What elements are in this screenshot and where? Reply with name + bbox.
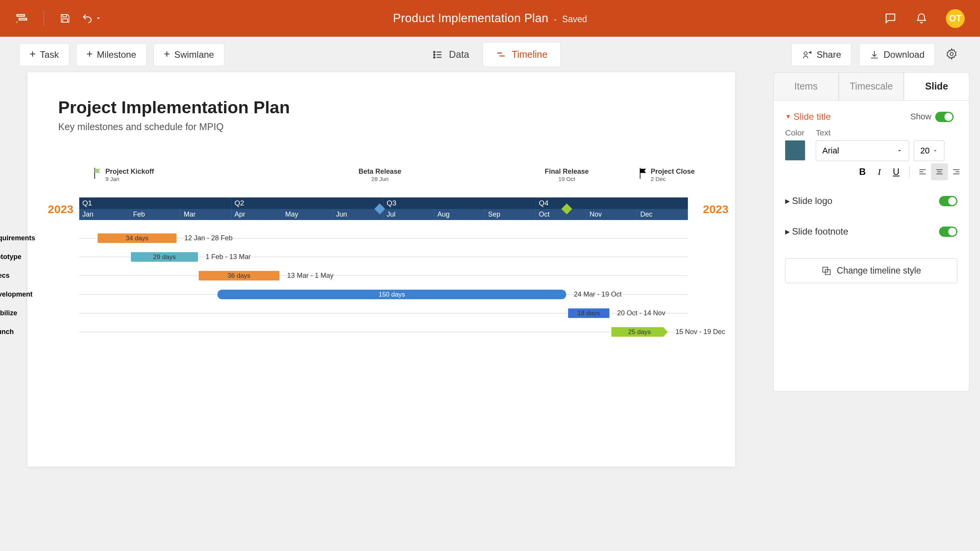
panel-body: ▼ Slide title Show Color Text A <box>773 101 969 391</box>
flag-icon <box>639 168 648 179</box>
align-left-icon <box>918 168 927 176</box>
canvas-area: Project Implementation Plan Key mileston… <box>0 72 773 551</box>
show-logo-toggle[interactable] <box>939 196 957 206</box>
app-icon[interactable] <box>15 12 28 25</box>
section-slide-title-toggle[interactable]: ▼ Slide title <box>785 111 831 122</box>
svg-point-5 <box>434 51 435 53</box>
save-icon[interactable] <box>59 13 71 24</box>
show-footnote-toggle[interactable] <box>939 227 957 237</box>
milestone-project-close[interactable]: Project Close2 Dec <box>639 168 695 182</box>
add-task-button[interactable]: +Task <box>19 43 69 66</box>
properties-panel: Items Timescale Slide ▼ Slide title Show… <box>773 72 980 551</box>
document-title[interactable]: Product Implementation Plan <box>393 11 548 25</box>
task-bar[interactable]: 29 days <box>131 252 198 262</box>
bell-icon[interactable] <box>915 12 928 24</box>
undo-icon[interactable] <box>82 13 101 24</box>
font-select[interactable]: Arial <box>816 140 909 161</box>
task-dates: 13 Mar - 1 May <box>287 272 333 280</box>
milestone-project-kickoff[interactable]: Project Kickoff9 Jan <box>94 168 154 182</box>
view-data-button[interactable]: Data <box>419 42 483 67</box>
header-left <box>15 11 101 26</box>
month-cell: Jan <box>79 209 130 220</box>
align-left-button[interactable] <box>914 163 931 180</box>
svg-point-9 <box>434 57 435 58</box>
view-timeline-button[interactable]: Timeline <box>483 42 561 67</box>
section-slide-logo-toggle[interactable]: ▶ Slide logo <box>785 196 832 206</box>
quarter-cell: Q1 <box>79 197 232 209</box>
italic-button[interactable]: I <box>871 163 888 180</box>
task-dates: 12 Jan - 28 Feb <box>184 234 232 242</box>
section-slide-footnote-toggle[interactable]: ▶ Slide footnote <box>785 226 848 237</box>
milestone-final-release[interactable]: Final Release19 Oct <box>545 168 589 213</box>
slide-canvas[interactable]: Project Implementation Plan Key mileston… <box>28 72 735 466</box>
tab-slide[interactable]: Slide <box>904 72 969 100</box>
list-icon <box>433 49 443 60</box>
main-area: Project Implementation Plan Key mileston… <box>0 72 980 551</box>
task-name: Prototype <box>0 253 58 261</box>
add-milestone-button[interactable]: +Milestone <box>76 43 147 66</box>
task-bar[interactable]: 18 days <box>568 308 609 318</box>
month-cell: Aug <box>434 209 485 220</box>
task-bar[interactable]: 36 days <box>199 271 279 280</box>
chat-icon[interactable] <box>884 12 897 25</box>
format-buttons: B I U <box>854 163 965 180</box>
task-name: Specs <box>0 272 58 280</box>
align-right-button[interactable] <box>948 163 965 180</box>
task-row-development: Development150 days24 Mar - 19 Oct <box>79 285 688 303</box>
task-dates: 15 Nov - 19 Dec <box>676 328 725 336</box>
caret-right-icon: ▶ <box>785 228 790 235</box>
task-track: 34 days12 Jan - 28 Feb <box>79 238 688 238</box>
bold-button[interactable]: B <box>854 163 871 180</box>
task-track: 36 days13 Mar - 1 May <box>79 276 688 276</box>
quarter-cell: Q3 <box>384 197 536 209</box>
task-row-specs: Specs36 days13 Mar - 1 May <box>79 267 688 285</box>
font-size-select[interactable]: 20 <box>914 140 944 161</box>
action-buttons-group: Share Download <box>791 43 961 66</box>
tab-items[interactable]: Items <box>773 72 839 100</box>
task-name: Requirements <box>0 234 58 242</box>
add-buttons-group: +Task +Milestone +Swimlane <box>19 43 224 66</box>
show-label: Show <box>910 112 931 122</box>
task-bar[interactable]: 34 days <box>98 233 177 243</box>
underline-button[interactable]: U <box>888 163 905 180</box>
task-name: Development <box>0 290 58 298</box>
settings-button[interactable] <box>942 45 961 65</box>
task-bar[interactable]: 25 days <box>611 327 668 337</box>
section-slide-footnote: ▶ Slide footnote <box>785 216 957 247</box>
task-bar[interactable]: 150 days <box>217 290 566 299</box>
view-switcher: Data Timeline <box>419 42 561 67</box>
svg-rect-3 <box>63 15 67 17</box>
app-header: Product Implementation Plan - Saved OT <box>0 0 980 37</box>
year-start-label: 2023 <box>48 203 74 216</box>
toolbar: +Task +Milestone +Swimlane Data Timeline… <box>0 37 980 72</box>
month-cell: Sep <box>485 209 536 220</box>
diamond-icon <box>374 204 385 214</box>
task-row-stabilize: Stabilize18 days20 Oct - 14 Nov <box>79 304 688 322</box>
milestone-beta-release[interactable]: Beta Release28 Jun <box>358 168 401 213</box>
slide-title[interactable]: Project Implementation Plan <box>58 98 704 117</box>
show-title-toggle[interactable] <box>935 112 954 122</box>
caret-right-icon: ▶ <box>785 197 790 205</box>
style-icon <box>822 266 831 276</box>
chevron-down-icon <box>933 148 938 153</box>
tab-timescale[interactable]: Timescale <box>839 72 904 100</box>
task-name: Stabilize <box>0 309 58 317</box>
align-center-button[interactable] <box>931 163 948 180</box>
slide-subtitle[interactable]: Key milestones and schedule for MPIQ <box>58 121 704 132</box>
task-name: Launch <box>0 328 58 336</box>
title-color-swatch[interactable] <box>785 140 805 160</box>
task-dates: 24 Mar - 19 Oct <box>574 290 622 298</box>
show-toggle-group: Show <box>910 112 954 122</box>
download-button[interactable]: Download <box>859 43 935 66</box>
svg-point-15 <box>950 52 953 55</box>
share-button[interactable]: Share <box>791 43 851 66</box>
change-timeline-style-button[interactable]: Change timeline style <box>785 258 957 283</box>
task-track: 25 days15 Nov - 19 Dec <box>79 332 688 332</box>
task-dates: 20 Oct - 14 Nov <box>617 309 665 317</box>
download-icon <box>869 50 879 60</box>
user-avatar[interactable]: OT <box>946 9 965 28</box>
add-swimlane-button[interactable]: +Swimlane <box>154 43 224 66</box>
flag-icon <box>94 168 102 179</box>
svg-rect-4 <box>63 19 68 22</box>
svg-point-13 <box>804 52 807 55</box>
